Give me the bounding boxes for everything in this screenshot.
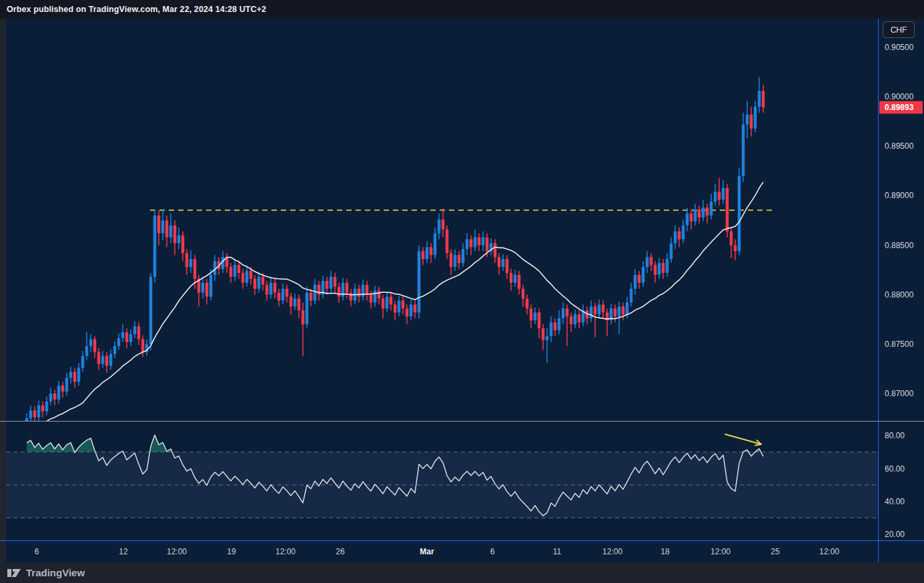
chart-area: 61212:001912:0026Mar61112:001812:002512:… [0,19,924,562]
rsi-tick-label: 60.00 [885,464,905,474]
tradingview-brand-text[interactable]: TradingView [26,567,85,578]
price-tick-label: 0.87500 [885,340,913,349]
time-tick-label: 12 [119,547,127,556]
time-tick-label: 12:00 [711,547,731,556]
last-price-badge: 0.89893 [879,101,923,114]
currency-chip[interactable]: CHF [883,21,915,38]
time-tick-label: 19 [227,547,236,556]
time-tick-label: 25 [771,547,779,556]
price-tick-label: 0.88000 [885,290,913,300]
price-tick-label: 0.90500 [885,43,913,52]
time-tick-label: 12:00 [819,547,839,556]
price-axis[interactable]: CHF 0.89893 0.905000.900000.895000.89000… [878,19,924,562]
time-tick-month-label: Mar [420,547,434,556]
price-tick-label: 0.87000 [885,389,913,398]
time-tick-label: 18 [660,547,669,556]
rsi-tick-label: 40.00 [885,497,905,506]
price-tick-label: 0.88500 [885,241,913,250]
tradingview-footer: TradingView [0,562,924,583]
rsi-tick-label: 80.00 [885,431,905,440]
time-tick-label: 11 [553,547,561,556]
time-axis[interactable]: 61212:001912:0026Mar61112:001812:002512:… [6,541,878,562]
left-gutter [0,19,6,562]
price-tick-label: 0.89500 [885,141,913,151]
panel-divider[interactable] [0,421,924,422]
time-tick-label: 26 [336,547,344,556]
time-tick-label: 6 [490,547,495,556]
time-tick-label: 12:00 [167,547,187,556]
rsi-bottom-divider[interactable] [0,540,924,541]
price-chart-canvas[interactable] [6,19,878,421]
time-tick-label: 12:00 [276,547,296,556]
attribution-bar: Orbex published on TradingView.com, Mar … [0,0,924,19]
time-tick-label: 12:00 [602,547,622,556]
time-tick-label: 6 [35,547,39,556]
tradingview-logo[interactable] [7,566,21,580]
attribution-text: Orbex published on TradingView.com, Mar … [7,5,266,14]
price-tick-label: 0.89000 [885,191,913,200]
rsi-tick-label: 20.00 [885,530,905,539]
price-tick-label: 0.90000 [885,92,913,101]
rsi-panel-canvas[interactable] [6,422,878,540]
